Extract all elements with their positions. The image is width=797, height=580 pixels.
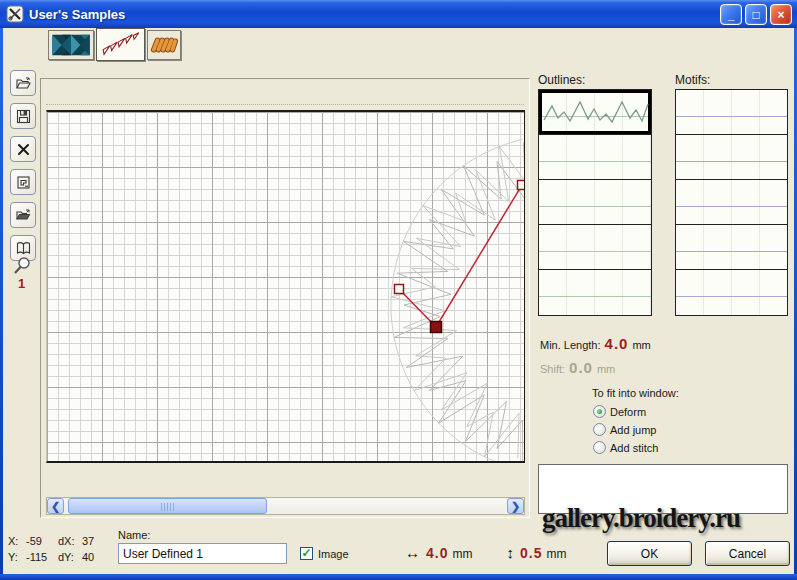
shift-unit: mm (597, 363, 615, 375)
stitch-handle-selected[interactable] (431, 322, 442, 333)
radio-add-stitch[interactable]: Add stitch (593, 441, 658, 454)
titlebar[interactable]: User's Samples _ □ × (0, 0, 797, 28)
outline-item[interactable] (539, 225, 651, 270)
height-arrow-icon: ↕ (506, 544, 514, 561)
canvas-horizontal-scrollbar[interactable]: ❮ ❯ (46, 497, 525, 515)
outlines-list (538, 89, 652, 316)
frame-icon (15, 174, 32, 191)
motifs-list (675, 89, 788, 316)
radio-add-stitch-label: Add stitch (610, 442, 658, 454)
width-arrow-icon: ↔ (405, 544, 420, 561)
users-samples-dialog: User's Samples _ □ × (0, 0, 797, 580)
sample-type-satin-button[interactable] (48, 30, 94, 60)
motifs-label: Motifs: (675, 73, 710, 87)
min-length-row: Min. Length: 4.0 mm (540, 335, 651, 352)
motif-item[interactable] (676, 225, 787, 270)
book-icon (15, 240, 32, 257)
zoom-level-value: 1 (18, 276, 25, 291)
zoom-tool-icon[interactable] (12, 255, 34, 277)
motif-item[interactable] (676, 90, 787, 135)
scroll-left-arrow[interactable]: ❮ (47, 498, 64, 514)
import-sample-button[interactable] (10, 202, 36, 228)
height-unit: mm (546, 547, 566, 561)
watermark-text: gallery.broidery.ru (542, 503, 797, 534)
name-label: Name: (118, 529, 150, 541)
minimize-button[interactable]: _ (720, 4, 742, 25)
delete-sample-button[interactable] (10, 136, 36, 162)
window-title: User's Samples (29, 7, 125, 22)
motif-item[interactable] (676, 270, 787, 315)
name-input[interactable] (118, 543, 287, 564)
image-checkbox-row[interactable]: ✓ Image (300, 547, 349, 560)
import-folder-icon (15, 207, 32, 224)
radio-add-jump-label: Add jump (610, 424, 656, 436)
shift-row: Shift: 0.0 mm (540, 359, 615, 376)
radio-add-stitch-control[interactable] (593, 441, 606, 454)
y-value: -115 (26, 551, 58, 563)
sample-type-outline-button[interactable] (96, 28, 145, 61)
floppy-disk-icon (15, 108, 32, 125)
shift-value: 0.0 (569, 359, 593, 376)
min-length-unit: mm (632, 339, 650, 351)
radio-add-jump[interactable]: Add jump (593, 423, 656, 436)
radio-deform[interactable]: Deform (593, 405, 646, 418)
radio-deform-control[interactable] (593, 405, 606, 418)
open-folder-icon (15, 75, 32, 92)
width-unit: mm (452, 547, 472, 561)
close-button[interactable]: × (770, 4, 792, 25)
delete-x-icon (15, 141, 32, 158)
outline-item[interactable] (539, 135, 651, 180)
shift-label: Shift: (540, 363, 565, 375)
canvas-separator (46, 104, 524, 105)
x-value: -59 (26, 535, 58, 547)
satin-pattern-icon (49, 31, 93, 59)
outline-item[interactable] (539, 180, 651, 225)
rope-pattern-icon (148, 31, 180, 59)
arrow-outline-pattern-icon (97, 29, 144, 60)
canvas-overlay (47, 112, 525, 461)
motif-item[interactable] (676, 180, 787, 225)
image-checkbox-label: Image (318, 548, 349, 560)
cursor-coordinates: X: -59 dX: 37 Y: -115 dY: 40 (8, 533, 114, 565)
image-checkbox[interactable]: ✓ (300, 547, 313, 560)
frame-sample-button[interactable] (10, 169, 36, 195)
app-icon (6, 5, 24, 23)
width-value: 4.0 (426, 545, 448, 561)
outline-item-selected[interactable] (539, 90, 651, 135)
min-length-value: 4.0 (605, 335, 629, 352)
zigzag-outline-preview (542, 93, 650, 132)
motif-item[interactable] (676, 135, 787, 180)
save-sample-button[interactable] (10, 103, 36, 129)
cancel-button[interactable]: Cancel (705, 541, 790, 566)
fit-into-window-label: To fit into window: (592, 387, 679, 399)
stitch-handle[interactable] (518, 181, 526, 190)
open-sample-button[interactable] (10, 70, 36, 96)
radio-deform-label: Deform (610, 406, 646, 418)
x-label: X: (8, 535, 26, 547)
dy-label: dY: (58, 551, 82, 563)
window-border-left (0, 28, 3, 580)
height-value: 0.5 (520, 545, 542, 561)
y-label: Y: (8, 551, 26, 563)
outline-item[interactable] (539, 270, 651, 315)
ok-button[interactable]: OK (607, 541, 692, 566)
outlines-label: Outlines: (538, 73, 585, 87)
dy-value: 40 (82, 551, 114, 563)
radio-add-jump-control[interactable] (593, 423, 606, 436)
sample-type-rope-button[interactable] (147, 30, 181, 60)
sample-dimensions: ↔ 4.0 mm ↕ 0.5 mm (405, 544, 566, 561)
sample-canvas-panel: ❮ ❯ (40, 78, 530, 518)
scroll-thumb[interactable] (68, 498, 267, 514)
dx-value: 37 (82, 535, 114, 547)
stitch-handle[interactable] (395, 285, 404, 294)
maximize-button[interactable]: □ (745, 4, 767, 25)
dx-label: dX: (58, 535, 82, 547)
window-border-bottom (0, 574, 797, 580)
scroll-right-arrow[interactable]: ❯ (507, 498, 524, 514)
sample-grid-canvas[interactable] (46, 110, 525, 463)
min-length-label: Min. Length: (540, 339, 601, 351)
